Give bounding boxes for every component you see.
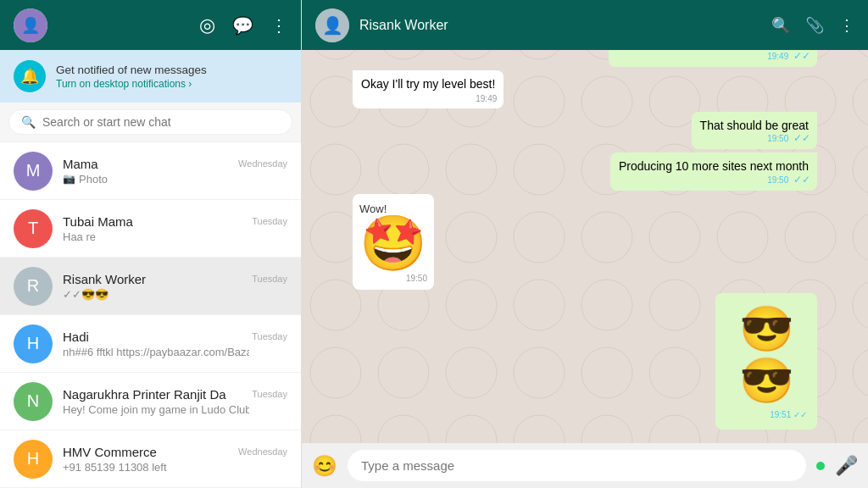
- message-bubble: Okay I'll try my level best! 19:49: [353, 70, 504, 108]
- message-bubble: That should be great 19:50 ✓✓: [692, 112, 817, 150]
- chat-name: Hadi: [63, 330, 89, 344]
- chat-name: Nagarukhra Printer Ranjit Da: [63, 387, 226, 402]
- message-row: Producing 10 more sites next month 19:50…: [353, 152, 817, 191]
- emoji-message-out: 😎😎 19:51 ✓✓: [715, 293, 817, 430]
- chat-info: Nagarukhra Printer Ranjit Da Tuesday Hey…: [63, 387, 287, 416]
- chat-name: Tubai Mama: [63, 214, 133, 229]
- chat-time: Tuesday: [252, 216, 287, 226]
- chat-item-hadi[interactable]: H Hadi Tuesday nh##6 fftkl https://payba…: [0, 315, 301, 373]
- chat-info: Tubai Mama Tuesday Haa re: [63, 214, 287, 243]
- chat-item-nagarukhra[interactable]: N Nagarukhra Printer Ranjit Da Tuesday H…: [0, 373, 301, 430]
- chat-preview: Hey! Come join my game in Ludo Club. Tap…: [63, 403, 249, 416]
- user-avatar[interactable]: 👤: [14, 8, 47, 42]
- chat-info: Mama Wednesday 📷 Photo: [63, 157, 287, 186]
- chat-input-bar: 😊 🎤: [302, 443, 868, 488]
- message-text: That should be great: [700, 119, 809, 132]
- chat-item-hmv[interactable]: H HMV Commerce Wednesday +91 85139 11308…: [0, 430, 301, 488]
- chat-time: Tuesday: [252, 389, 287, 399]
- chat-info: HMV Commerce Wednesday +91 85139 11308 l…: [63, 445, 287, 474]
- msg-time: 19:49 ✓✓: [767, 50, 810, 64]
- search-wrap: 🔍: [8, 109, 292, 135]
- attach-icon[interactable]: 📎: [805, 16, 824, 35]
- notification-title: Get notified of new messages: [56, 64, 207, 76]
- message-row: Okay I'll try my level best! 19:49: [353, 70, 817, 108]
- chat-avatar: H: [14, 324, 53, 363]
- emoji-message: Wow! 🤩 19:50: [353, 194, 434, 290]
- message-bubble: Producing 10 more sites next month 19:50…: [610, 152, 817, 191]
- chat-contact-avatar: 👤: [315, 8, 349, 42]
- send-dot[interactable]: [816, 462, 825, 470]
- chat-area: 👤 Risank Worker 🔍 📎 ⋮ And then you appro…: [302, 0, 868, 488]
- chat-header-actions: 🔍 📎 ⋮: [771, 16, 854, 35]
- chat-time: Tuesday: [252, 331, 287, 341]
- notification-icon: 🔔: [14, 60, 46, 92]
- message-row: That should be great 19:50 ✓✓: [353, 112, 817, 150]
- chat-time: Wednesday: [238, 446, 287, 457]
- menu-icon[interactable]: ⋮: [270, 15, 287, 36]
- notification-subtitle: Turn on desktop notifications ›: [56, 78, 207, 90]
- mic-button[interactable]: 🎤: [835, 455, 858, 477]
- chat-preview: ✓✓😎😎: [63, 288, 249, 301]
- msg-time: 19:50: [359, 274, 427, 283]
- chat-preview: +91 85139 11308 left: [63, 461, 249, 474]
- messages-area: And then you approve 19:48 On which one …: [302, 50, 868, 443]
- chat-header: 👤 Risank Worker 🔍 📎 ⋮: [302, 0, 868, 50]
- chat-menu-icon[interactable]: ⋮: [839, 16, 854, 35]
- msg-time: 19:50 ✓✓: [767, 131, 810, 146]
- chat-item-tubai-mama[interactable]: T Tubai Mama Tuesday Haa re: [0, 200, 301, 258]
- chat-info: Risank Worker Tuesday ✓✓😎😎: [63, 272, 287, 301]
- chat-avatar: M: [14, 152, 53, 191]
- preview-icon: 📷: [63, 173, 75, 185]
- message-text: Producing 10 more sites next month: [619, 159, 809, 173]
- chat-avatar: T: [14, 209, 53, 248]
- search-icon: 🔍: [21, 115, 36, 129]
- emoji-button[interactable]: 😊: [312, 454, 337, 478]
- chat-avatar: N: [14, 382, 53, 421]
- chat-avatar: R: [14, 267, 53, 306]
- chat-preview: 📷 Photo: [63, 173, 249, 186]
- chat-preview: nh##6 fftkl https://paybaazar.com/Bazar/…: [63, 346, 249, 358]
- msg-time: 19:50 ✓✓: [767, 173, 810, 187]
- chat-preview: Haa re: [63, 230, 249, 243]
- chat-info: Hadi Tuesday nh##6 fftkl https://paybaaz…: [63, 330, 287, 358]
- search-input[interactable]: [42, 115, 280, 129]
- message-row: Wow! 🤩 19:50: [353, 194, 817, 290]
- sidebar-header-icons: ◎ 💬 ⋮: [199, 14, 287, 36]
- chat-item-risank-worker[interactable]: R Risank Worker Tuesday ✓✓😎😎: [0, 258, 301, 315]
- message-text: Okay I'll try my level best!: [361, 77, 495, 91]
- status-icon[interactable]: ◎: [199, 14, 215, 36]
- chat-avatar: H: [14, 440, 53, 479]
- message-bubble: Trying to give you a parmanent work 19:4…: [609, 50, 817, 67]
- search-chat-icon[interactable]: 🔍: [771, 16, 790, 35]
- sidebar: 👤 ◎ 💬 ⋮ 🔔 Get notified of new messages T…: [0, 0, 302, 488]
- message-input[interactable]: [348, 450, 806, 481]
- chat-name: HMV Commerce: [63, 445, 157, 459]
- chat-time: Tuesday: [252, 274, 287, 284]
- chat-name: Mama: [63, 157, 98, 171]
- chat-time: Wednesday: [238, 158, 287, 169]
- chat-list: M Mama Wednesday 📷 Photo T Tubai Mama Tu…: [0, 142, 301, 488]
- notification-banner[interactable]: 🔔 Get notified of new messages Turn on d…: [0, 50, 301, 103]
- chat-icon[interactable]: 💬: [232, 15, 253, 36]
- message-row: Trying to give you a parmanent work 19:4…: [353, 50, 817, 67]
- search-bar: 🔍: [0, 103, 301, 142]
- chat-contact-name: Risank Worker: [359, 18, 761, 33]
- msg-time: 19:49: [476, 93, 497, 105]
- message-row: 😎😎 19:51 ✓✓: [353, 293, 817, 430]
- sidebar-header: 👤 ◎ 💬 ⋮: [0, 0, 301, 50]
- chat-item-mama[interactable]: M Mama Wednesday 📷 Photo: [0, 142, 301, 200]
- chat-name: Risank Worker: [63, 272, 146, 286]
- msg-time: 19:51 ✓✓: [726, 410, 807, 419]
